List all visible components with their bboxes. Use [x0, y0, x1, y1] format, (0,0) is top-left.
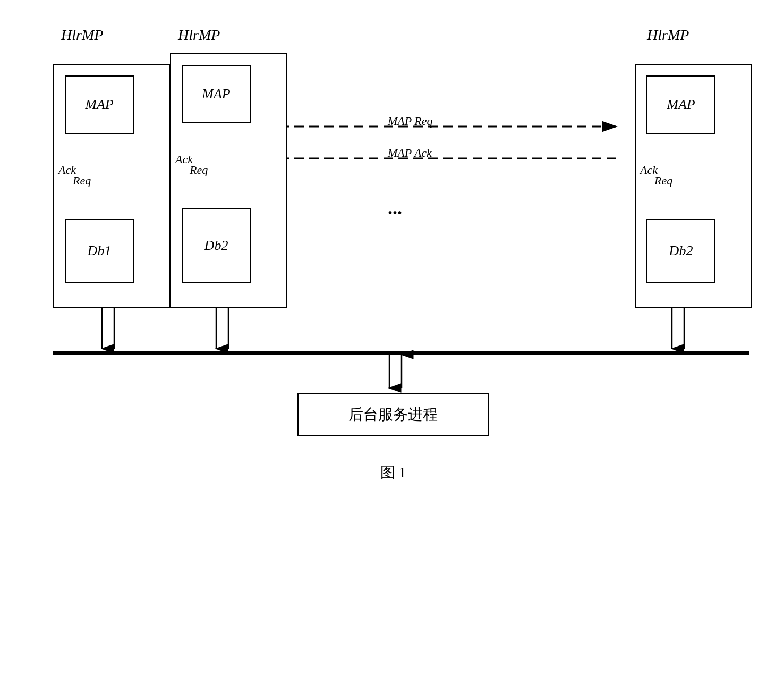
req-label-3: Req — [654, 174, 672, 188]
hlrmp-box-2: MAP Db2 Ack Req — [170, 53, 287, 308]
hlrmp-label-2: HlrMP — [178, 27, 220, 44]
map-req-label: MAP Req — [388, 114, 433, 128]
map-text-1: MAP — [85, 97, 113, 113]
bottom-box-text: 后台服务进程 — [348, 405, 438, 425]
svg-rect-15 — [53, 351, 749, 355]
db1-text: Db1 — [88, 243, 112, 259]
db2-text-3: Db2 — [669, 243, 693, 259]
req-label-2: Req — [190, 163, 208, 177]
figure-label: 图 1 — [340, 462, 446, 483]
map-text-3: MAP — [667, 97, 695, 113]
db2-box-2: Db2 — [182, 208, 251, 283]
map-box-2: MAP — [182, 65, 251, 123]
map-box-3: MAP — [646, 75, 715, 134]
map-ack-label: MAP Ack — [388, 146, 432, 160]
map-box-1: MAP — [65, 75, 134, 134]
dots-label: ... — [388, 197, 402, 219]
bottom-service-box: 后台服务进程 — [297, 393, 489, 436]
req-label-1: Req — [73, 174, 91, 188]
hlrmp-box-1: MAP Db1 Ack Req — [53, 64, 170, 308]
db2-text-2: Db2 — [204, 238, 228, 254]
db2-box-3: Db2 — [646, 219, 715, 283]
db1-box: Db1 — [65, 219, 134, 283]
hlrmp-label-1: HlrMP — [61, 27, 103, 44]
hlrmp-box-3: MAP Db2 Ack Req — [635, 64, 752, 308]
hlrmp-label-3: HlrMP — [647, 27, 689, 44]
map-text-2: MAP — [202, 86, 230, 102]
